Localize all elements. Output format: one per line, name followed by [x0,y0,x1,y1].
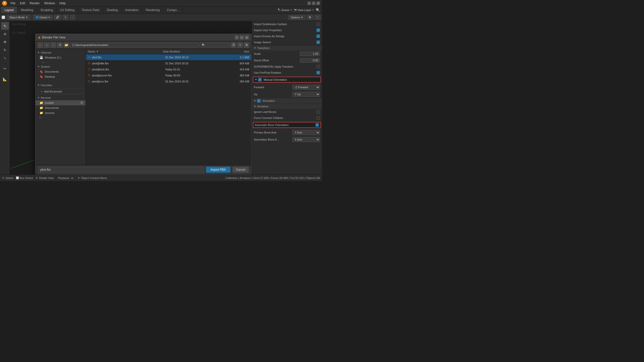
pivot-btn[interactable]: ⊕ [63,15,68,20]
tab-texture-paint[interactable]: Texture Paint [78,7,103,13]
file-size-3: 365 KiB [220,74,249,77]
sidebar-scale-icon[interactable]: ⤡ [1,54,9,62]
nav-bookmark[interactable]: 📂 [64,42,69,48]
filter-btn[interactable]: ▽ [237,42,243,48]
path-input[interactable] [70,42,198,48]
transform-btn[interactable]: 🌐 Global ▼ [33,15,53,20]
automatic-bone-orientation-checkbox[interactable]: ✓ [315,123,319,127]
tab-shading[interactable]: Shading [103,7,122,13]
viewport: User Persp (1) Collecti... ◉ Blender Fil… [10,21,252,174]
sidebar-select-icon[interactable]: ↖ [1,22,9,30]
nav-forward[interactable]: → [44,42,50,48]
system-documents[interactable]: 🔖 Documents [35,69,86,74]
system-desktop[interactable]: 🔖 Desktop [35,74,86,79]
armature-section-header[interactable]: ▼ Armature [252,104,322,109]
menu-render[interactable]: Render [28,1,42,6]
forward-select[interactable]: -Z Forward [292,85,320,90]
recent-sources[interactable]: 📁 sources [35,110,86,115]
image-search-checkbox[interactable]: ✓ [316,40,320,44]
favorites-section[interactable]: ▼ Favorites ··· [35,83,86,88]
import-enums-checkbox[interactable]: ✓ [316,34,320,38]
col-date-header[interactable]: Date Modified [163,50,219,53]
file-row-2[interactable]: ⬡ ybot@kick.fbx Today 01:01 419 KiB [86,66,251,72]
nav-refresh[interactable]: ↺ [57,42,63,48]
tab-sculpting[interactable]: Sculpting [37,7,57,13]
transform-section-header[interactable]: ▼ Transform [252,45,322,51]
force-connect-children-checkbox[interactable] [316,116,320,120]
apply-transform-checkbox[interactable] [316,65,320,68]
add-bookmark-btn[interactable]: + Add Bookmark [37,89,84,94]
dialog-maximize[interactable]: □ [240,35,244,39]
shading-btn[interactable]: ⬡ [314,15,320,20]
file-row-0[interactable]: ⬡ ybot.fbx 31 Dec 2019 18:13 2.1 MiB [86,54,251,60]
settings-btn[interactable]: ⚙ [244,42,249,48]
col-size-header[interactable]: Size [219,50,249,53]
view-type-btn[interactable]: ☰ [231,42,236,48]
import-fbx-btn[interactable]: Import FBX [206,167,230,173]
dialog-toolbar: ← → ↑ ↺ 📂 ☰ ▽ ⚙ [35,41,251,49]
status-select[interactable]: 🖱 Select [2,176,13,179]
up-select[interactable]: Y Up [292,92,320,97]
menu-window[interactable]: Window [42,1,57,6]
sidebar-measure-icon[interactable]: 📐 [1,75,9,83]
import-subdivision-surface-checkbox[interactable] [316,22,320,26]
system-section[interactable]: ▼ System ··· [35,64,86,69]
tab-uv-editing[interactable]: UV Editing [57,7,78,13]
tab-animation[interactable]: Animation [122,7,142,13]
ignore-leaf-bones-checkbox[interactable] [316,110,320,114]
window-minimize[interactable]: ─ [307,2,311,5]
remove-recent-models[interactable]: ✕ [80,101,84,105]
options-btn[interactable]: Options ▼ [288,15,305,20]
search-icon[interactable]: 🔍 [316,8,320,12]
secondary-bone-axis-select[interactable]: X Axis [292,137,320,142]
dialog-footer: Import FBX Cancel [35,165,251,174]
volume-expand[interactable]: ▶ ··· [35,60,86,64]
overlay-btn[interactable]: ⬟ [307,15,313,20]
col-name-header[interactable]: Name ▼ [88,50,163,53]
menu-help[interactable]: Help [57,1,68,6]
tab-compositing[interactable]: Compo... [164,7,183,13]
animation-section-header[interactable]: ▼ ✓ Animation [252,98,322,104]
volumes-section[interactable]: ▼ Volumes ··· [35,50,86,55]
menu-file[interactable]: File [9,1,17,6]
recent-documents[interactable]: 📁 Documents [35,105,86,110]
view-layer-selector[interactable]: 📷 View Layer ▼ [294,9,314,12]
search-input[interactable] [199,42,230,48]
scale-input[interactable] [300,52,320,56]
object-mode-btn[interactable]: Object Mode ▼ [7,15,30,20]
status-box-select[interactable]: ⬜ Box Select [16,176,33,179]
dialog-minimize[interactable]: ─ [235,35,239,39]
primary-bone-axis-select[interactable]: Y Axis [292,130,320,135]
nav-back[interactable]: ← [37,42,43,48]
window-maximize[interactable]: □ [312,2,315,5]
animation-checkbox[interactable]: ✓ [257,99,261,103]
nav-up[interactable]: ↑ [51,42,56,48]
sidebar-annotate-icon[interactable]: ✏ [1,65,9,72]
sidebar-move-icon[interactable]: ✥ [1,38,9,46]
import-user-properties-checkbox[interactable]: ✓ [316,28,320,32]
use-pre-post-rotation-checkbox[interactable]: ✓ [316,71,320,74]
tab-modeling[interactable]: Modeling [17,7,37,13]
menu-edit[interactable]: Edit [18,1,27,6]
sidebar-rotate-icon[interactable]: ↻ [1,46,9,54]
sidebar-cursor-icon[interactable]: ⊕ [1,30,9,38]
dialog-close[interactable]: ✕ [245,35,249,39]
volume-windows[interactable]: 💾 Windows (C:) [35,55,86,60]
file-row-1[interactable]: ⬡ ybot@idle.fbx 31 Dec 2019 18:15 924 Ki… [86,60,251,66]
recents-section[interactable]: ▼ Recents ··· [35,95,86,100]
cancel-btn[interactable]: Cancel [232,167,249,173]
snap-btn[interactable]: 🔗 [54,15,61,20]
filename-input[interactable] [38,167,204,173]
scene-selector[interactable]: 🔦 Scene ▼ [278,9,292,12]
tab-rendering[interactable]: Rendering [142,7,163,13]
proportional-btn[interactable]: ○ [70,15,75,20]
recent-models[interactable]: 📁 models ✕ [35,100,86,105]
file-name-0: ybot.fbx [92,56,165,59]
file-row-4[interactable]: ⬡ ybot@run.fbx 31 Dec 2019 18:15 265 KiB [86,78,251,84]
window-close[interactable]: ✕ [316,2,320,5]
decal-offset-input[interactable] [300,58,320,63]
tab-layout[interactable]: Layout [1,7,17,13]
status-rotate-view[interactable]: 🖱 Rotate View [35,176,54,179]
file-row-3[interactable]: ⬡ ybot@punch.fbx Today 00:59 365 KiB [86,72,251,78]
manual-orientation-checkbox[interactable]: ✓ [258,78,262,81]
